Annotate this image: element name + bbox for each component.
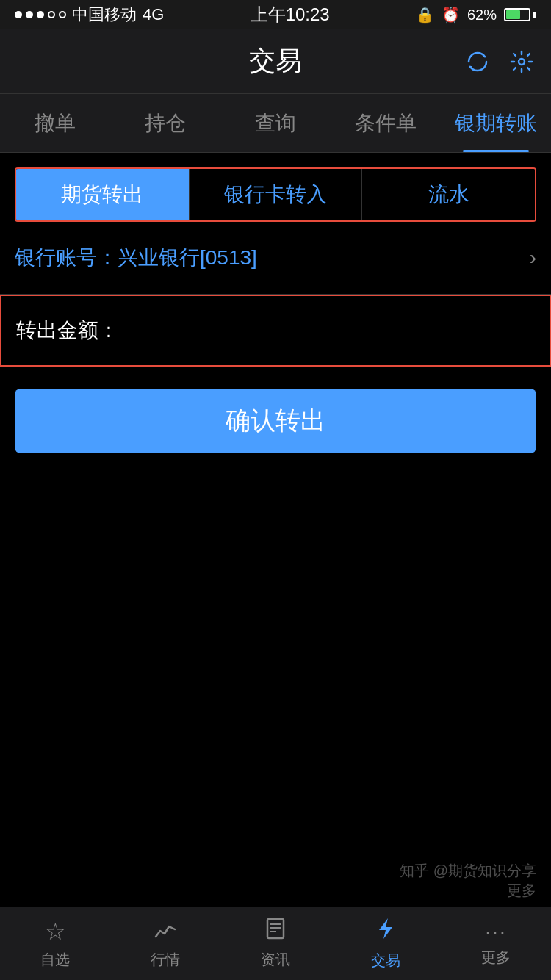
settings-button[interactable] — [507, 47, 536, 76]
content-area: 期货转出 银行卡转入 流水 银行账号：兴业银行[0513] › 转出金额： 确认… — [0, 167, 551, 453]
confirm-button[interactable]: 确认转出 — [15, 389, 536, 453]
status-time: 上午10:23 — [251, 3, 330, 26]
svg-marker-1 — [469, 66, 472, 69]
document-icon — [266, 918, 285, 945]
status-bar: 中国移动 4G 上午10:23 🔒 ⏰ 62% — [0, 0, 551, 29]
svg-point-2 — [519, 59, 525, 65]
watermark: 知乎 @期货知识分享 更多 — [400, 861, 536, 901]
bottom-nav: ☆ 自选 行情 资讯 交易 ··· 更多 — [0, 907, 551, 980]
status-right: 🔒 ⏰ 62% — [416, 6, 536, 24]
network-label: 4G — [143, 5, 164, 24]
refresh-button[interactable] — [463, 47, 492, 76]
header-title: 交易 — [249, 43, 302, 79]
chart-icon — [154, 918, 176, 945]
lock-icon: 🔒 — [416, 6, 434, 24]
subtab-bank-in[interactable]: 银行卡转入 — [190, 169, 363, 220]
dot3 — [37, 11, 44, 18]
tab-conditional[interactable]: 条件单 — [331, 94, 441, 152]
header: 交易 — [0, 29, 551, 94]
bottom-nav-trade[interactable]: 交易 — [331, 917, 441, 970]
amount-row: 转出金额： — [0, 295, 551, 367]
dot2 — [26, 11, 33, 18]
dot5 — [59, 11, 66, 18]
subtab-flow[interactable]: 流水 — [362, 169, 535, 220]
dot4 — [48, 11, 55, 18]
bank-account-row[interactable]: 银行账号：兴业银行[0513] › — [0, 222, 551, 295]
bottom-nav-more[interactable]: ··· 更多 — [441, 920, 551, 968]
status-left: 中国移动 4G — [15, 4, 164, 26]
star-icon: ☆ — [45, 918, 66, 945]
subtab-futures-out[interactable]: 期货转出 — [16, 169, 190, 220]
tab-query[interactable]: 查询 — [220, 94, 331, 152]
amount-label: 转出金额： — [16, 317, 119, 345]
amount-input[interactable] — [119, 319, 535, 342]
carrier-label: 中国移动 — [72, 4, 137, 26]
bank-account-text: 银行账号：兴业银行[0513] — [15, 244, 257, 272]
bottom-nav-watchlist[interactable]: ☆ 自选 — [0, 918, 110, 970]
signal-dots — [15, 11, 66, 18]
alarm-icon: ⏰ — [442, 6, 460, 24]
dot1 — [15, 11, 22, 18]
tab-transfer[interactable]: 银期转账 — [441, 94, 551, 152]
tab-position[interactable]: 持仓 — [110, 94, 220, 152]
battery-indicator — [504, 8, 536, 21]
svg-marker-7 — [379, 918, 392, 939]
lightning-icon — [378, 917, 394, 946]
bottom-nav-news[interactable]: 资讯 — [220, 918, 331, 970]
nav-tabs: 撤单 持仓 查询 条件单 银期转账 — [0, 94, 551, 153]
tab-cancel[interactable]: 撤单 — [0, 94, 110, 152]
svg-marker-0 — [483, 54, 486, 57]
header-icons — [463, 47, 536, 76]
battery-label: 62% — [467, 7, 497, 24]
more-icon: ··· — [485, 920, 506, 943]
chevron-right-icon: › — [530, 246, 536, 270]
bottom-nav-market[interactable]: 行情 — [110, 918, 220, 970]
sub-tabs: 期货转出 银行卡转入 流水 — [15, 167, 536, 222]
